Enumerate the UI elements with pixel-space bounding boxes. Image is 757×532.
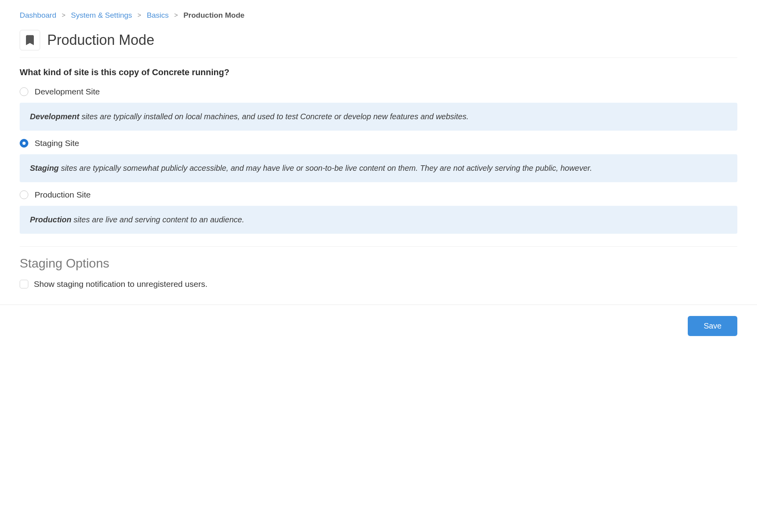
breadcrumb-current: Production Mode xyxy=(183,11,244,20)
help-text-staging: Staging sites are typically somewhat pub… xyxy=(20,154,737,182)
footer: Save xyxy=(0,305,757,336)
checkbox-option-show-notification[interactable]: Show staging notification to unregistere… xyxy=(20,279,737,289)
bookmark-icon xyxy=(20,30,40,50)
radio-input-production[interactable] xyxy=(20,190,28,199)
radio-option-production[interactable]: Production Site xyxy=(20,190,737,200)
divider xyxy=(20,246,737,247)
radio-input-development[interactable] xyxy=(20,87,28,96)
radio-label-development[interactable]: Development Site xyxy=(35,87,100,96)
radio-label-production[interactable]: Production Site xyxy=(35,190,90,200)
help-text-production: Production sites are live and serving co… xyxy=(20,206,737,234)
page-title: Production Mode xyxy=(47,32,154,48)
chevron-right-icon: > xyxy=(138,12,141,19)
chevron-right-icon: > xyxy=(62,12,65,19)
radio-input-staging[interactable] xyxy=(20,139,28,148)
breadcrumb-link-basics[interactable]: Basics xyxy=(147,11,169,20)
save-button[interactable]: Save xyxy=(688,316,737,336)
divider xyxy=(20,57,737,58)
section-question: What kind of site is this copy of Concre… xyxy=(20,67,737,78)
radio-label-staging[interactable]: Staging Site xyxy=(35,139,79,148)
chevron-right-icon: > xyxy=(174,12,178,19)
breadcrumb: Dashboard > System & Settings > Basics >… xyxy=(20,11,737,20)
checkbox-label-show-notification[interactable]: Show staging notification to unregistere… xyxy=(34,279,207,289)
breadcrumb-link-dashboard[interactable]: Dashboard xyxy=(20,11,56,20)
checkbox-input-show-notification[interactable] xyxy=(20,280,28,288)
breadcrumb-link-system-settings[interactable]: System & Settings xyxy=(71,11,132,20)
section-title-staging-options: Staging Options xyxy=(20,256,737,271)
radio-option-staging[interactable]: Staging Site xyxy=(20,139,737,148)
page-header: Production Mode xyxy=(20,30,737,50)
help-text-development: Development sites are typically installe… xyxy=(20,103,737,131)
radio-option-development[interactable]: Development Site xyxy=(20,87,737,96)
